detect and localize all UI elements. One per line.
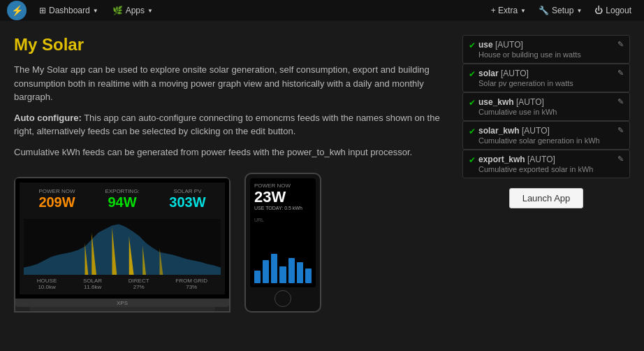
bottom-grid: FROM GRID 73% bbox=[175, 278, 207, 290]
phone-bar-1 bbox=[254, 271, 261, 283]
phone-home-button[interactable] bbox=[275, 290, 291, 307]
dashboard-icon: ⊞ bbox=[39, 6, 46, 15]
nav-dashboard[interactable]: ⊞ Dashboard ▼ bbox=[34, 0, 104, 21]
feed-desc-solar_kwh: Cumulative solar generation in kWh bbox=[478, 136, 600, 145]
bottom-house: HOUSE 10.0kw bbox=[37, 278, 57, 290]
feed-item-left-use: ✔ use [AUTO] House or building use in wa… bbox=[469, 40, 581, 59]
feed-edit-solar[interactable]: ✎ bbox=[617, 69, 624, 78]
extra-label: + Extra bbox=[491, 6, 518, 15]
phone-power-val: 23W bbox=[254, 189, 312, 206]
feed-check-solar: ✔ bbox=[469, 69, 476, 79]
laptop-brand: XPS bbox=[117, 300, 128, 306]
laptop-bottom-stats: HOUSE 10.0kw SOLAR 11.6kw DIRECT 27% bbox=[22, 276, 222, 292]
laptop-screen-content: POWER NOW 209W EXPORTING: 94W SOLAR PV 3… bbox=[20, 182, 225, 294]
feed-auto-use: [AUTO] bbox=[495, 40, 523, 50]
nav-apps[interactable]: 🌿 Apps ▼ bbox=[107, 0, 159, 21]
laptop-base: XPS bbox=[15, 299, 229, 307]
feed-edit-export_kwh[interactable]: ✎ bbox=[617, 155, 624, 164]
feed-item-solar_kwh: ✔ solar_kwh [AUTO] Cumulative solar gene… bbox=[462, 121, 630, 150]
launch-btn-area: Launch App bbox=[462, 188, 630, 208]
bottom-grid-label: FROM GRID bbox=[175, 278, 207, 284]
description1: The My Solar app can be used to explore … bbox=[14, 63, 448, 104]
launch-app-button[interactable]: Launch App bbox=[509, 188, 584, 208]
feed-auto-export_kwh: [AUTO] bbox=[527, 155, 555, 164]
apps-caret: ▼ bbox=[147, 8, 153, 14]
dashboard-caret: ▼ bbox=[93, 8, 98, 14]
phone-mockup: POWER NOW 23W USE TODAY: 0.5 kWh URL bbox=[244, 173, 321, 313]
feed-list: ✔ use [AUTO] House or building use in wa… bbox=[462, 35, 630, 178]
feed-desc-use_kwh: Cumulative use in kWh bbox=[478, 108, 557, 116]
feed-info-export_kwh: export_kwh [AUTO] Cumulative exported so… bbox=[478, 155, 593, 173]
phone-bar-5 bbox=[288, 258, 295, 283]
page-title: My Solar bbox=[14, 35, 448, 55]
phone-url: URL bbox=[254, 217, 312, 222]
stat2-val: 94W bbox=[105, 194, 139, 210]
feed-title-solar: solar [AUTO] bbox=[478, 69, 573, 78]
bottom-solar-label: SOLAR bbox=[83, 278, 102, 284]
laptop-mockup: POWER NOW 209W EXPORTING: 94W SOLAR PV 3… bbox=[14, 177, 230, 313]
phone-bar-2 bbox=[263, 260, 269, 283]
logout-icon: ⏻ bbox=[594, 6, 603, 15]
dashboard-label: Dashboard bbox=[49, 6, 90, 15]
feed-info-use_kwh: use_kwh [AUTO] Cumulative use in kWh bbox=[478, 97, 557, 116]
apps-label: Apps bbox=[126, 6, 145, 15]
feed-info-use: use [AUTO] House or building use in watt… bbox=[478, 40, 581, 59]
stat1-val: 209W bbox=[38, 194, 75, 210]
phone-bar-3 bbox=[271, 254, 277, 283]
feed-title-use_kwh: use_kwh [AUTO] bbox=[478, 97, 557, 107]
laptop-screen: POWER NOW 209W EXPORTING: 94W SOLAR PV 3… bbox=[15, 178, 229, 299]
feed-check-solar_kwh: ✔ bbox=[469, 127, 476, 136]
logout-label: Logout bbox=[606, 6, 631, 15]
bottom-house-label: HOUSE bbox=[37, 278, 57, 284]
feed-item-export_kwh: ✔ export_kwh [AUTO] Cumulative exported … bbox=[462, 150, 630, 178]
laptop-stats-row: POWER NOW 209W EXPORTING: 94W SOLAR PV 3… bbox=[22, 185, 222, 213]
feed-item-left-use_kwh: ✔ use_kwh [AUTO] Cumulative use in kWh bbox=[469, 97, 557, 116]
bottom-direct: DIRECT 27% bbox=[129, 278, 149, 290]
phone-screen: POWER NOW 23W USE TODAY: 0.5 kWh URL bbox=[250, 178, 316, 287]
bottom-direct-label: DIRECT bbox=[129, 278, 149, 284]
phone-bar-7 bbox=[305, 268, 312, 283]
feed-info-solar: solar [AUTO] Solar pv generation in watt… bbox=[478, 69, 573, 87]
feed-edit-use[interactable]: ✎ bbox=[617, 40, 624, 49]
feed-auto-solar: [AUTO] bbox=[501, 69, 529, 78]
feed-item-solar: ✔ solar [AUTO] Solar pv generation in wa… bbox=[462, 64, 630, 92]
navbar-left: ⚡ ⊞ Dashboard ▼ 🌿 Apps ▼ bbox=[7, 0, 159, 21]
feed-desc-use: House or building use in watts bbox=[478, 50, 581, 59]
feed-item-use: ✔ use [AUTO] House or building use in wa… bbox=[462, 35, 630, 64]
devices-area: POWER NOW 209W EXPORTING: 94W SOLAR PV 3… bbox=[14, 173, 448, 313]
feed-info-solar_kwh: solar_kwh [AUTO] Cumulative solar genera… bbox=[478, 126, 600, 145]
navbar-right: + Extra ▼ 🔧 Setup ▼ ⏻ Logout bbox=[485, 0, 637, 21]
bottom-solar: SOLAR 11.6kw bbox=[83, 278, 102, 290]
feed-edit-use_kwh[interactable]: ✎ bbox=[617, 97, 624, 106]
description3: Cumulative kWh feeds can be generated fr… bbox=[14, 145, 448, 159]
laptop-chart-area bbox=[22, 213, 222, 276]
nav-extra[interactable]: + Extra ▼ bbox=[485, 0, 532, 21]
extra-caret: ▼ bbox=[520, 8, 526, 14]
setup-label: Setup bbox=[552, 6, 573, 15]
feed-title-solar_kwh: solar_kwh [AUTO] bbox=[478, 126, 600, 136]
stat3-label: SOLAR PV bbox=[169, 188, 205, 194]
feed-edit-solar_kwh[interactable]: ✎ bbox=[617, 126, 624, 135]
bottom-grid-val: 73% bbox=[175, 284, 207, 290]
feed-item-left-export_kwh: ✔ export_kwh [AUTO] Cumulative exported … bbox=[469, 155, 593, 173]
feed-title-export_kwh: export_kwh [AUTO] bbox=[478, 155, 593, 164]
feed-check-use: ✔ bbox=[469, 41, 476, 50]
feed-auto-use_kwh: [AUTO] bbox=[516, 97, 544, 107]
laptop-foot bbox=[29, 307, 215, 311]
phone-bar-4 bbox=[279, 266, 286, 283]
content-right: ✔ use [AUTO] House or building use in wa… bbox=[462, 35, 630, 313]
nav-setup[interactable]: 🔧 Setup ▼ bbox=[533, 0, 587, 21]
nav-logout[interactable]: ⏻ Logout bbox=[589, 0, 637, 21]
stat3-val: 303W bbox=[169, 194, 205, 210]
bottom-direct-val: 27% bbox=[129, 284, 149, 290]
laptop-stat-solar: SOLAR PV 303W bbox=[169, 188, 205, 210]
description2: Auto configure: This app can auto-config… bbox=[14, 111, 448, 138]
feed-desc-solar: Solar pv generation in watts bbox=[478, 79, 573, 87]
bottom-house-val: 10.0kw bbox=[37, 284, 57, 290]
laptop-stat-export: EXPORTING: 94W bbox=[105, 188, 139, 210]
feed-check-use_kwh: ✔ bbox=[469, 98, 476, 108]
stat2-label: EXPORTING: bbox=[105, 188, 139, 194]
phone-chart-area bbox=[254, 241, 312, 283]
feed-item-left-solar: ✔ solar [AUTO] Solar pv generation in wa… bbox=[469, 69, 573, 87]
laptop-stat-power: POWER NOW 209W bbox=[38, 188, 75, 210]
